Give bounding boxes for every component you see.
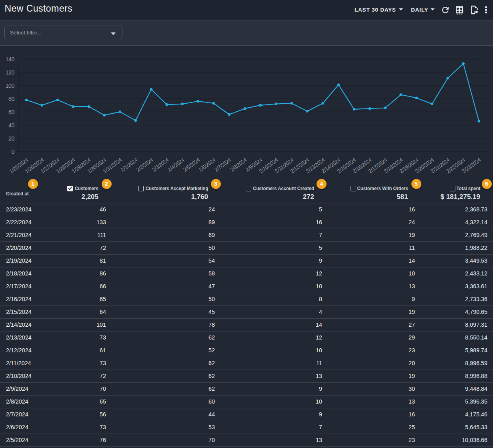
svg-text:2/4/2024: 2/4/2024 [166,157,186,173]
svg-text:2/2/2024: 2/2/2024 [135,157,154,173]
svg-text:60: 60 [8,109,14,115]
svg-text:20: 20 [8,135,14,142]
svg-text:2/5/2024: 2/5/2024 [182,157,201,173]
svg-text:2/6/2024: 2/6/2024 [198,157,217,173]
svg-text:2/7/2024: 2/7/2024 [213,157,232,173]
svg-text:2/1/2024: 2/1/2024 [120,157,139,173]
svg-text:100: 100 [6,82,15,89]
svg-text:80: 80 [8,96,14,102]
svg-text:40: 40 [8,122,14,129]
svg-text:2/8/2024: 2/8/2024 [229,157,248,173]
svg-text:120: 120 [6,69,15,76]
svg-text:140: 140 [6,56,15,62]
svg-text:2/3/2024: 2/3/2024 [151,157,170,173]
svg-text:0: 0 [11,149,14,155]
